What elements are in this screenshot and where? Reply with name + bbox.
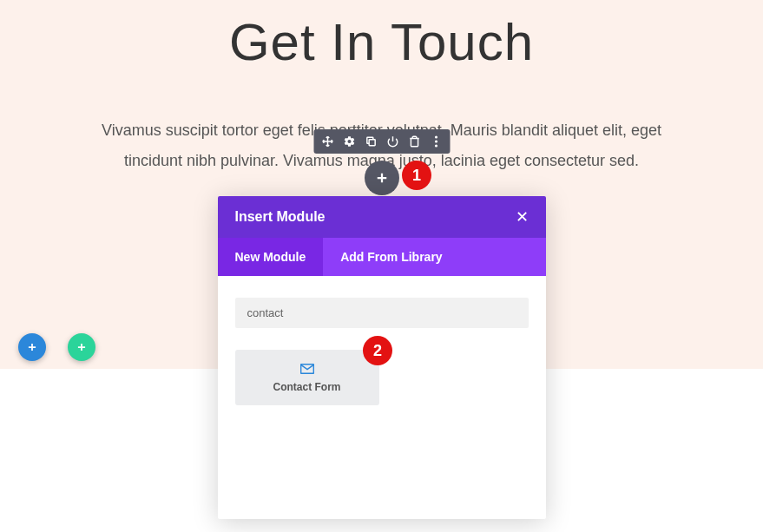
tab-new-module[interactable]: New Module xyxy=(218,238,324,276)
add-row-button[interactable] xyxy=(68,333,95,361)
power-icon[interactable] xyxy=(385,135,399,148)
duplicate-icon[interactable] xyxy=(364,135,378,148)
module-search-input[interactable] xyxy=(235,298,529,328)
modal-body: Contact Form xyxy=(218,276,546,519)
modal-header: Insert Module ✕ xyxy=(218,196,546,238)
svg-point-1 xyxy=(434,135,437,138)
more-icon[interactable] xyxy=(429,135,443,148)
gear-icon[interactable] xyxy=(342,135,356,148)
modal-title: Insert Module xyxy=(235,209,326,225)
svg-point-2 xyxy=(434,140,437,142)
module-toolbar xyxy=(313,129,450,154)
module-contact-form[interactable]: Contact Form xyxy=(235,350,379,405)
modal-tabs: New Module Add From Library xyxy=(218,238,546,276)
tab-add-from-library[interactable]: Add From Library xyxy=(323,238,459,276)
add-module-button[interactable] xyxy=(365,161,399,195)
annotation-badge-2: 2 xyxy=(363,336,392,365)
envelope-icon xyxy=(244,362,371,378)
svg-point-3 xyxy=(434,144,437,147)
close-icon[interactable]: ✕ xyxy=(516,209,529,225)
module-label: Contact Form xyxy=(244,381,371,393)
move-icon[interactable] xyxy=(320,135,334,148)
annotation-badge-1: 1 xyxy=(402,161,431,190)
trash-icon[interactable] xyxy=(407,135,421,148)
svg-rect-0 xyxy=(369,140,375,146)
page-title: Get In Touch xyxy=(0,12,763,72)
add-section-button[interactable] xyxy=(18,333,46,361)
